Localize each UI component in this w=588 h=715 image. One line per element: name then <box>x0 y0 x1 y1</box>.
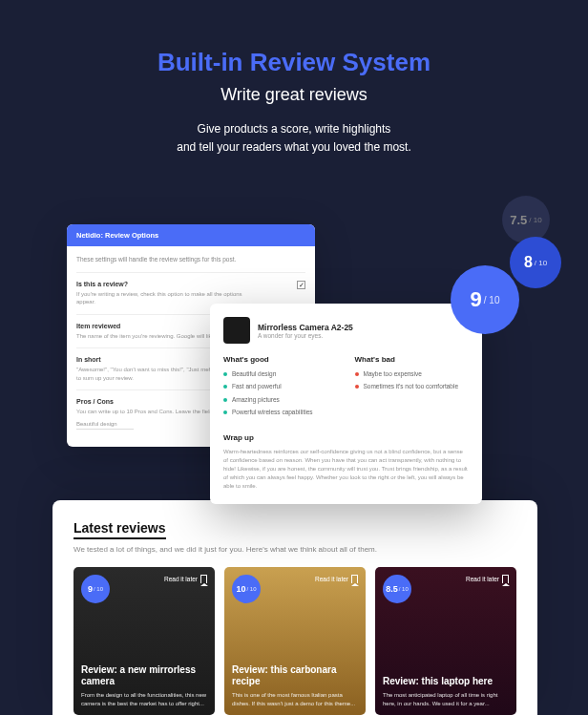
card-score-badge: 10/ 10 <box>232 575 261 603</box>
read-later-button[interactable]: Read it later <box>164 575 207 583</box>
card-title: Review: this carbonara recipe <box>232 664 358 687</box>
card-title: Review: a new mirrorless camera <box>81 664 207 687</box>
wrapup-text: Warm-heartedness reinforces our self-con… <box>223 448 469 491</box>
wrapup-title: Wrap up <box>223 433 469 442</box>
latest-reviews-section: Latest reviews We tested a lot of things… <box>52 500 537 715</box>
review-card-carbonara[interactable]: 10/ 10 Read it later Review: this carbon… <box>224 567 366 715</box>
bookmark-icon <box>351 575 358 583</box>
bookmark-icon <box>200 575 207 583</box>
options-panel-header: Netidio: Review Options <box>67 224 315 246</box>
card-score-badge: 8.5/ 10 <box>383 575 411 603</box>
card-score-badge: 9/ 10 <box>81 575 110 603</box>
product-tagline: A wonder for your eyes. <box>258 332 353 339</box>
bullet-good-icon <box>223 398 227 402</box>
pros-cons-input[interactable]: Beautiful design <box>76 419 134 430</box>
hero-desc-line1: Give products a score, write highlights <box>57 120 531 138</box>
latest-reviews-title: Latest reviews <box>74 520 166 539</box>
hero-title: Built-in Review System <box>57 48 531 77</box>
review-preview-card: Mirrorless Camera A2-25 A wonder for you… <box>210 304 482 504</box>
card-desc: From the design to all the functionaliti… <box>81 691 207 707</box>
score-bubble-9: 9 / 10 <box>451 265 519 334</box>
bullet-bad-icon <box>355 372 359 376</box>
options-intro: These settings will handle the review se… <box>76 256 305 263</box>
score-bubble-8: 8 / 10 <box>510 237 561 288</box>
read-later-button[interactable]: Read it later <box>315 575 358 583</box>
bullet-good-icon <box>223 385 227 389</box>
review-card-camera[interactable]: 9/ 10 Read it later Review: a new mirror… <box>74 567 215 715</box>
review-card-laptop[interactable]: 8.5/ 10 Read it later Review: this lapto… <box>375 567 516 715</box>
card-desc: The most anticipated laptop of all time … <box>383 691 509 707</box>
card-desc: This is one of the most famous Italian p… <box>232 691 358 707</box>
bullet-good-icon <box>223 410 227 414</box>
hero-desc-line2: and tell your readers what you loved the… <box>57 138 531 157</box>
read-later-button[interactable]: Read it later <box>466 575 509 583</box>
hero-subtitle: Write great reviews <box>57 85 531 105</box>
bullet-good-icon <box>223 372 227 376</box>
card-title: Review: this laptop here <box>383 676 509 687</box>
whats-good-title: What's good <box>223 355 338 364</box>
bullet-bad-icon <box>355 385 359 389</box>
hero-section: Built-in Review System Write great revie… <box>0 0 588 185</box>
product-name: Mirrorless Camera A2-25 <box>258 323 353 332</box>
is-review-checkbox[interactable]: ✓ <box>297 281 305 289</box>
latest-reviews-desc: We tested a lot of things, and we did it… <box>74 545 516 554</box>
whats-bad-title: What's bad <box>355 355 470 364</box>
product-image <box>223 317 250 344</box>
score-bubble-75: 7.5 / 10 <box>502 196 550 243</box>
bookmark-icon <box>502 575 509 583</box>
